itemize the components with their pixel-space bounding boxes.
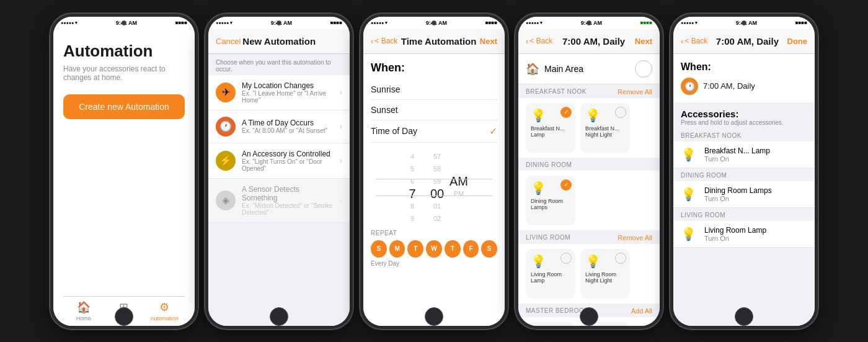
- day-sun[interactable]: S: [371, 240, 387, 258]
- check-1: ✓: [560, 107, 572, 118]
- signal-1: ●●●●● ▾: [61, 20, 78, 25]
- back-button-3[interactable]: ‹ < Back: [371, 37, 397, 46]
- chevron-icon-3: ›: [340, 156, 342, 165]
- time-text: A Time of Day Occurs Ex. "At 8:00 AM" or…: [242, 119, 334, 134]
- battery-4: ■■■■: [640, 20, 652, 25]
- list-item-time[interactable]: 🕐 A Time of Day Occurs Ex. "At 8:00 AM" …: [208, 110, 350, 143]
- when-sunset[interactable]: Sunset: [371, 100, 497, 120]
- summary-time-text: 7:00 AM, Daily: [703, 81, 755, 91]
- day-thu[interactable]: T: [445, 240, 461, 258]
- home-button-3[interactable]: [425, 307, 443, 326]
- tab-home-label: Home: [76, 315, 91, 322]
- p5-acc-info-2: Dining Room Lamps Turn On: [704, 186, 772, 202]
- room-dining: DINING ROOM 💡 Dining Room Lamps ✓: [518, 158, 660, 230]
- tile-breakfast-lamp[interactable]: 💡 Breakfast N... Lamp ✓: [526, 103, 575, 153]
- tile-living-lamp[interactable]: 💡 Living Room Lamp: [526, 249, 575, 299]
- area-home-icon: 🏠: [526, 62, 539, 76]
- remove-all-breakfast[interactable]: Remove All: [618, 88, 652, 96]
- summary-when-title: When:: [681, 61, 807, 73]
- create-automation-button[interactable]: Create new Automation: [63, 94, 185, 119]
- tile-name-3: Dining Room Lamps: [531, 198, 570, 212]
- p5-bulb-3: 💡: [681, 227, 698, 241]
- remove-all-living[interactable]: Remove All: [618, 234, 652, 241]
- summary-when: When: 🕐 7:00 AM, Daily: [673, 54, 815, 102]
- list-item-accessory[interactable]: ⚡ An Accessory is Controlled Ex. "Light …: [208, 143, 350, 179]
- day-sat[interactable]: S: [481, 240, 497, 258]
- home-button-2[interactable]: [270, 307, 288, 326]
- home-button-4[interactable]: [580, 307, 598, 326]
- location-icon: ✈: [216, 83, 236, 102]
- day-wed[interactable]: W: [426, 240, 442, 258]
- bulb-icon-3: 💡: [531, 181, 546, 196]
- repeat-label: REPEAT: [371, 230, 497, 236]
- nav-bar-5: ‹ < Back 7:00 AM, Daily Done: [673, 29, 815, 54]
- day-tue[interactable]: T: [407, 240, 423, 258]
- tab-home[interactable]: 🏠 Home: [63, 297, 104, 326]
- tile-name-1: Breakfast N... Lamp: [531, 125, 570, 139]
- bulb-icon-2: 💡: [585, 108, 601, 123]
- phone-2: ●●●●● ▾ 9:41 AM ■■■■ Cancel New Automati…: [205, 13, 353, 330]
- day-fri[interactable]: F: [463, 240, 479, 258]
- room-header-breakfast: BREAKFAST NOOK Remove All: [518, 84, 660, 98]
- p5-acc-name-3: Living Room Lamp: [704, 226, 766, 235]
- room-label-breakfast: BREAKFAST NOOK: [526, 88, 587, 95]
- list-item-sensor: ◈ A Sensor Detects Something Ex. "Motion…: [208, 179, 350, 223]
- tile-master-lamp[interactable]: 💡 Master Bed...: [526, 322, 575, 326]
- done-button-5[interactable]: Done: [787, 37, 808, 46]
- next-button-4[interactable]: Next: [635, 37, 652, 46]
- phone-3: ●●●●● ▾ 9:41 AM ■■■■ ‹ < Back Time Autom…: [360, 13, 508, 330]
- accessories-header: Accessories: Press and hold to adjust ac…: [673, 102, 815, 128]
- ampm-col[interactable]: AM PM: [450, 175, 468, 200]
- time-picker[interactable]: 4 5 6 7 8 9 57 58 59 00 01 02: [363, 150, 505, 225]
- tile-name-5: Living Room Night Light: [585, 271, 625, 285]
- tile-living-nightlight[interactable]: 💡 Living Room Night Light: [580, 249, 630, 299]
- p5-acc-action-2: Turn On: [704, 195, 772, 202]
- next-button-3[interactable]: Next: [480, 37, 497, 46]
- tab-automation[interactable]: ⚙ Automation: [144, 297, 185, 326]
- home-button-1[interactable]: [115, 307, 133, 326]
- screen-5: When: 🕐 7:00 AM, Daily Accessories: Pres…: [673, 54, 815, 326]
- nav-bar-3: ‹ < Back Time Automation Next: [363, 29, 505, 54]
- day-mon[interactable]: M: [389, 240, 405, 258]
- tile-dining-lamps[interactable]: 💡 Dining Room Lamps ✓: [526, 176, 575, 225]
- bulb-icon-5: 💡: [585, 254, 601, 269]
- nav-bar-2: Cancel New Automation: [208, 29, 350, 54]
- phones-container: ●●●●● ▾ 9:41 AM ■■■■ Automation Have you…: [43, 7, 825, 336]
- back-button-4[interactable]: ‹ < Back: [526, 37, 552, 46]
- p5-acc-living-lamp: 💡 Living Room Lamp Turn On: [673, 221, 815, 248]
- back-chevron-4: ‹: [526, 37, 528, 46]
- chevron-icon-4: ›: [340, 196, 342, 205]
- back-button-5[interactable]: ‹ < Back: [681, 37, 707, 46]
- area-header: 🏠 Main Area: [518, 54, 660, 84]
- list-item-location[interactable]: ✈ My Location Changes Ex. "I Leave Home"…: [208, 75, 350, 110]
- signal-5: ●●●●● ▾: [681, 20, 698, 25]
- nav-title-4: 7:00 AM, Daily: [562, 36, 625, 47]
- tile-name-2: Breakfast N... Night Light: [585, 125, 625, 139]
- sensor-text: A Sensor Detects Something Ex. "Motion D…: [242, 185, 334, 216]
- p5-acc-name-2: Dining Room Lamps: [704, 186, 772, 195]
- automation-subtitle: Have your accessories react to changes a…: [63, 65, 185, 82]
- cancel-button[interactable]: Cancel: [216, 37, 241, 46]
- battery-1: ■■■■: [175, 20, 187, 25]
- tile-breakfast-nightlight[interactable]: 💡 Breakfast N... Night Light: [580, 103, 630, 153]
- area-toggle[interactable]: [635, 60, 652, 78]
- signal-3: ●●●●● ▾: [371, 20, 388, 25]
- add-all-master[interactable]: Add All: [631, 307, 652, 315]
- time-icon: 🕐: [216, 117, 236, 137]
- p5-room-living: LIVING ROOM: [673, 208, 815, 221]
- home-button-5[interactable]: [735, 307, 753, 326]
- nav-bar-4: ‹ < Back 7:00 AM, Daily Next: [518, 29, 660, 54]
- when-timeofday[interactable]: Time of Day ✓: [371, 120, 497, 143]
- room-breakfast-nook: BREAKFAST NOOK Remove All 💡 Breakfast N.…: [518, 84, 660, 158]
- automation-icon: ⚙: [159, 300, 169, 314]
- hours-col[interactable]: 4 5 6 7 8 9: [400, 150, 425, 225]
- p5-acc-info-1: Breakfast N... Lamp Turn On: [704, 146, 770, 163]
- circle-2: [615, 107, 626, 118]
- check-3: ✓: [560, 179, 572, 191]
- camera-bump-5: [742, 20, 746, 25]
- when-sunrise[interactable]: Sunrise: [371, 79, 497, 100]
- p5-acc-action-1: Turn On: [704, 155, 770, 163]
- chevron-icon: ›: [340, 88, 342, 97]
- minutes-col[interactable]: 57 58 59 00 01 02: [425, 150, 450, 225]
- tab-automation-label: Automation: [151, 315, 179, 322]
